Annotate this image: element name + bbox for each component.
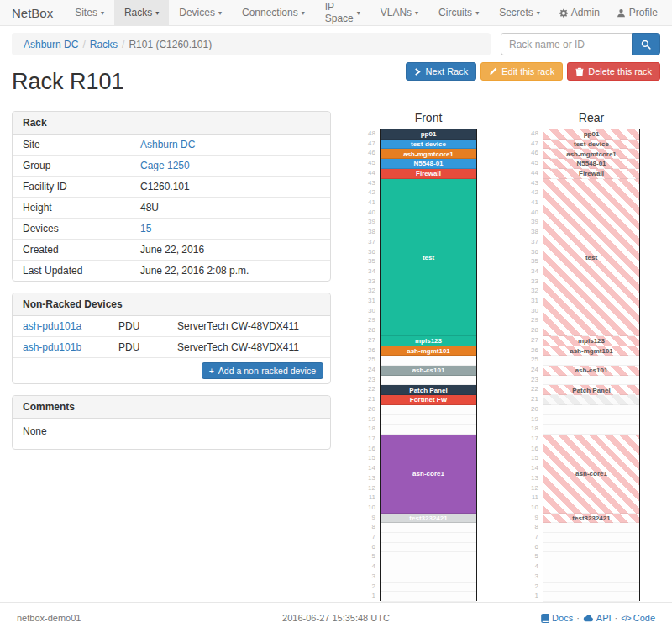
rack-device-rear[interactable]: Firewall [543, 169, 639, 179]
unit-number: 32 [524, 286, 538, 296]
unit-number: 40 [361, 208, 375, 218]
search-input[interactable] [501, 33, 632, 55]
devices-count-link[interactable]: 15 [140, 223, 151, 235]
unit-number: 15 [361, 453, 375, 463]
nav-circuits[interactable]: Circuits▾ [428, 0, 489, 25]
rack-device-front[interactable]: mpls123 [381, 336, 476, 346]
footer-links: Docs · API · </> Code [541, 613, 655, 623]
brand[interactable]: NetBox [12, 0, 53, 25]
nav-ip-space[interactable]: IP Space▾ [315, 0, 370, 25]
delete-rack-button[interactable]: Delete this rack [567, 62, 660, 81]
logout-link[interactable]: Log out [666, 0, 672, 25]
unit-number: 40 [524, 208, 538, 218]
rack-device-front[interactable]: ash-mgmt101 [381, 346, 476, 356]
rack-unit-slot [543, 425, 639, 435]
rack-device-rear[interactable]: pp01 [543, 129, 639, 140]
rack-unit-slot [381, 562, 476, 572]
rack-device-rear[interactable]: ash-mgmt101 [543, 346, 639, 356]
profile-link[interactable]: Profile [608, 0, 666, 25]
rack-device-rear[interactable]: ash-cs101 [543, 366, 639, 376]
unit-number: 4 [524, 562, 538, 572]
next-rack-button[interactable]: Next Rack [406, 62, 476, 81]
unit-number: 3 [361, 572, 375, 582]
rack-device-front[interactable]: test3232421 [381, 514, 476, 524]
title-row: Rack R101 Next Rack Edit this rack Delet… [12, 62, 660, 101]
unit-number: 27 [361, 335, 375, 346]
rack-unit-slot [381, 415, 476, 425]
device-link[interactable]: ash-pdu101a [23, 320, 81, 332]
rack-device-rear[interactable]: test3232421 [543, 514, 639, 524]
rack-device-front[interactable]: Firewall [381, 169, 476, 179]
site-link[interactable]: Ashburn DC [140, 139, 195, 150]
table-row: Group Cage 1250 [13, 156, 330, 177]
rack-device-rear[interactable]: ash-core1 [543, 435, 639, 514]
rack-unit-slot [381, 592, 476, 602]
rack-unit-slot [543, 415, 639, 425]
unit-number: 17 [361, 434, 375, 444]
group-link[interactable]: Cage 1250 [140, 160, 190, 171]
front-title: Front [380, 111, 477, 124]
rack-device-rear[interactable]: Patch Panel [543, 385, 639, 395]
unit-number: 47 [361, 139, 375, 149]
rack-device-front[interactable]: N5548-01 [381, 159, 476, 169]
unit-number: 30 [524, 306, 538, 316]
rack-device-rear[interactable] [543, 395, 639, 405]
rack-device-rear[interactable]: test [543, 179, 639, 336]
device-link[interactable]: ash-pdu101b [23, 341, 81, 353]
unit-number: 25 [524, 355, 538, 365]
unit-number: 28 [361, 325, 375, 335]
rack-device-front[interactable]: ash-cs101 [381, 366, 476, 376]
rack-device-rear[interactable]: mpls123 [543, 336, 639, 346]
profile-label: Profile [629, 7, 658, 18]
nav-connections[interactable]: Connections▾ [232, 0, 315, 25]
nav-label: Devices [179, 7, 215, 18]
row-label: Devices [13, 219, 130, 239]
unit-number: 41 [524, 198, 538, 208]
rack-device-rear[interactable]: ash-mgmtcore1 [543, 149, 639, 159]
rack-device-front[interactable]: pp01 [381, 129, 476, 140]
unit-number: 37 [524, 237, 538, 247]
breadcrumb-site-link[interactable]: Ashburn DC [24, 39, 78, 50]
chevron-down-icon: ▾ [537, 9, 540, 17]
nav-vlans[interactable]: VLANs▾ [370, 0, 428, 25]
api-link[interactable]: API [583, 613, 612, 623]
admin-link[interactable]: Admin [550, 0, 608, 25]
unit-number: 42 [361, 187, 375, 198]
rack-device-front[interactable]: Fortinet FW [381, 395, 476, 405]
rack-device-front[interactable]: test [381, 179, 476, 336]
user-icon [617, 8, 626, 18]
created-value: June 22, 2016 [130, 240, 330, 260]
unit-number: 21 [524, 394, 538, 404]
rack-device-front[interactable]: ash-mgmtcore1 [381, 149, 476, 159]
nav-racks[interactable]: Racks▾ [114, 0, 169, 25]
unit-number: 4 [361, 562, 375, 572]
search-button[interactable] [632, 33, 660, 55]
unit-number: 11 [524, 493, 538, 503]
rack-device-front[interactable]: test-device [381, 140, 476, 150]
rack-device-front[interactable]: ash-core1 [381, 435, 476, 514]
rack-device-rear[interactable]: N5548-01 [543, 159, 639, 169]
unit-number: 16 [361, 444, 375, 454]
rack-device-front[interactable]: Patch Panel [381, 385, 476, 395]
nav-devices[interactable]: Devices▾ [169, 0, 232, 25]
main-content: Rack Site Ashburn DC Group Cage 1250 Fac… [0, 101, 672, 601]
rack-device-rear[interactable]: test-device [543, 140, 639, 150]
unit-number: 28 [524, 325, 538, 335]
breadcrumb-current: R101 (C1260.101) [129, 39, 212, 50]
code-link[interactable]: </> Code [621, 613, 655, 623]
rack-unit-slot [543, 543, 639, 553]
add-nonracked-device-button[interactable]: + Add a non-racked device [202, 362, 323, 379]
breadcrumb-racks-link[interactable]: Racks [90, 39, 118, 50]
breadcrumb-separator: / [122, 39, 124, 50]
rack-unit-slot [543, 583, 639, 593]
nav-sites[interactable]: Sites▾ [65, 0, 114, 25]
docs-link[interactable]: Docs [541, 613, 573, 623]
rack-unit-slot [543, 552, 639, 562]
edit-rack-button[interactable]: Edit this rack [480, 62, 563, 81]
rear-rack: pp01test-deviceash-mgmtcore1N5548-01Fire… [543, 129, 640, 601]
nav-secrets[interactable]: Secrets▾ [489, 0, 550, 25]
unit-number: 3 [524, 572, 538, 582]
rack-elevations: Front 4847464544434241403938373635343332… [361, 111, 640, 601]
unit-number: 43 [361, 178, 375, 188]
nav-label: VLANs [381, 7, 412, 18]
